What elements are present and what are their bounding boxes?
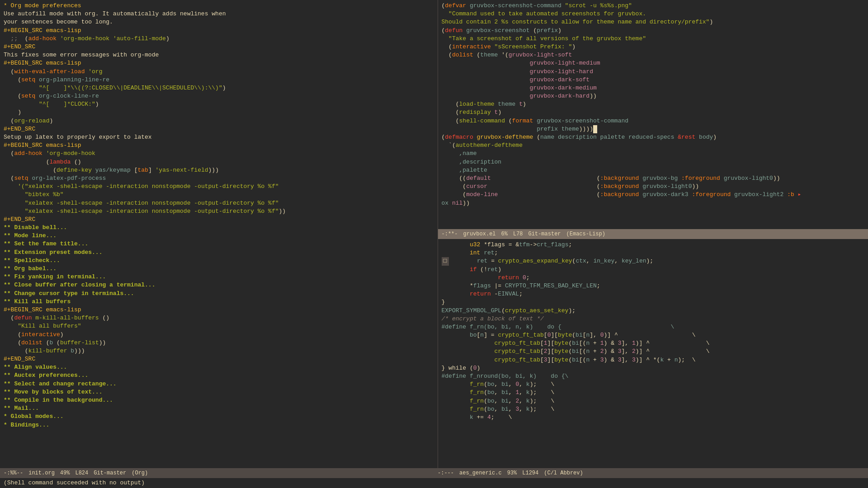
mode-lines-row: -:%%-- init.org 49% L824 Git-master (Org… <box>0 468 868 478</box>
right-bottom-position: L1294 <box>522 469 538 477</box>
mode-line-branch: Git-master <box>528 230 561 238</box>
right-top-mode-line: -:**- gruvbox.el 6% L78 Git-master (Emac… <box>438 229 868 239</box>
right-pane[interactable]: (defvar gruvbox-screenshot-command "scro… <box>438 0 868 468</box>
mode-line-status: -:**- <box>442 230 458 238</box>
right-bottom-mode: (C/l Abbrev) <box>544 469 583 477</box>
right-top-pane[interactable]: (defvar gruvbox-screenshot-command "scro… <box>438 0 868 229</box>
mode-line-mode: (Emacs-Lisp) <box>566 230 605 238</box>
mini-buffer: (Shell command succeeded with no output) <box>0 478 868 488</box>
left-mode-filename: init.org <box>28 469 55 477</box>
mode-line-filename: gruvbox.el <box>463 230 496 238</box>
mode-line-position: L78 <box>513 230 523 238</box>
editor-area: * Org mode preferences Use autofill mode… <box>0 0 868 468</box>
left-mode-position: L824 <box>75 469 88 477</box>
left-pane-content: * Org mode preferences Use autofill mode… <box>4 2 434 429</box>
emacs-window: * Org mode preferences Use autofill mode… <box>0 0 868 488</box>
right-bottom-filename: aes_generic.c <box>459 469 502 477</box>
left-mode-mode: (Org) <box>132 469 148 477</box>
right-bottom-status: -:--- <box>438 469 454 477</box>
mode-line-percentage: 6% <box>501 230 508 238</box>
mini-buffer-text: (Shell command succeeded with no output) <box>4 479 145 486</box>
left-mode-line: -:%%-- init.org 49% L824 Git-master (Org… <box>0 468 434 478</box>
left-pane[interactable]: * Org mode preferences Use autofill mode… <box>0 0 438 468</box>
right-bottom-mode-line: -:--- aes_generic.c 93% L1294 (C/l Abbre… <box>434 468 868 478</box>
left-mode-branch: Git-master <box>94 469 126 477</box>
left-mode-status: -:%%-- <box>4 469 23 477</box>
right-bottom-pane[interactable]: u32 *flags = &tfm->crt_flags; int ret; □… <box>438 239 868 468</box>
left-mode-percentage: 49% <box>60 469 70 477</box>
right-bottom-percentage: 93% <box>507 469 517 477</box>
